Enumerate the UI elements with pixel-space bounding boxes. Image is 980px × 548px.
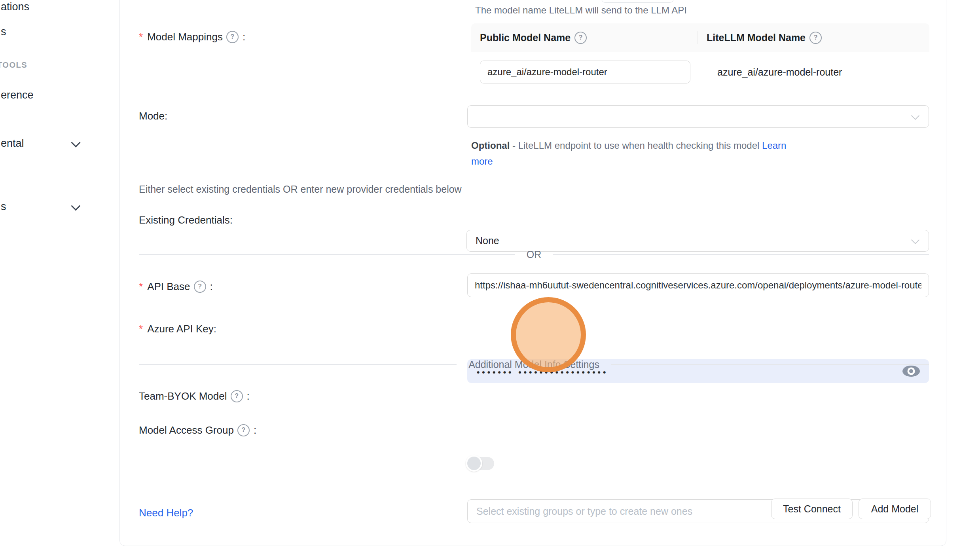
note-text: - LiteLLM endpoint to use when health ch…	[510, 140, 762, 151]
add-model-button[interactable]: Add Model	[859, 499, 931, 519]
divider-line	[553, 254, 929, 255]
existing-credentials-value: None	[476, 235, 499, 247]
model-access-group-label: Model Access Group ? :	[139, 424, 256, 436]
add-model-card: The model name LiteLLM will send to the …	[119, 0, 946, 546]
test-connect-button[interactable]: Test Connect	[771, 499, 853, 519]
divider-line	[611, 364, 929, 365]
team-byok-label: Team-BYOK Model ? :	[139, 390, 250, 402]
clipped-control-above	[601, 0, 674, 3]
sidebar-item-clipped-2[interactable]: s	[1, 25, 6, 38]
model-access-group-placeholder: Select existing groups or type to create…	[476, 506, 692, 517]
learn-more-link[interactable]: more	[471, 156, 493, 167]
table-row: azure_ai/azure-model-router	[471, 52, 929, 92]
mode-select[interactable]	[467, 105, 929, 128]
learn-more-link[interactable]: Learn	[762, 140, 786, 151]
api-base-label: * API Base ? :	[139, 280, 213, 293]
azure-api-key-label-text: Azure API Key:	[147, 322, 216, 335]
help-icon[interactable]: ?	[237, 424, 250, 436]
model-access-group-label-text: Model Access Group	[139, 424, 234, 436]
toggle-knob	[466, 455, 482, 472]
model-mappings-label-text: Model Mappings	[147, 30, 223, 43]
table-header-row: Public Model Name ? LiteLLM Model Name ?	[471, 23, 929, 52]
add-model-form-screen: ations s TOOLS erence ental s The model …	[0, 0, 980, 548]
litellm-model-name-value: azure_ai/azure-model-router	[690, 66, 842, 78]
sidebar-item-clipped-3[interactable]: erence	[1, 88, 34, 102]
header-label: Public Model Name	[480, 32, 571, 44]
chevron-down-icon	[911, 235, 919, 244]
or-divider-text: OR	[515, 249, 554, 260]
colon: :	[243, 30, 245, 43]
help-icon[interactable]: ?	[226, 31, 239, 43]
header-divider	[698, 31, 698, 44]
existing-credentials-label-text: Existing Credentials:	[139, 214, 233, 226]
api-base-label-text: API Base	[147, 280, 190, 293]
chevron-down-icon[interactable]	[71, 201, 80, 210]
help-icon[interactable]: ?	[231, 390, 243, 402]
additional-settings-divider: Additional Model Info Settings	[139, 359, 929, 370]
column-header-litellm-model-name: LiteLLM Model Name ?	[698, 32, 822, 44]
help-icon[interactable]: ?	[194, 281, 206, 293]
colon: :	[254, 424, 256, 436]
sidebar-item-clipped-4[interactable]: ental	[1, 137, 24, 150]
sidebar-item-clipped-1[interactable]: ations	[1, 0, 29, 13]
chevron-down-icon	[911, 111, 919, 119]
need-help-link[interactable]: Need Help?	[139, 507, 193, 519]
additional-settings-divider-text: Additional Model Info Settings	[457, 359, 611, 370]
azure-api-key-label: * Azure API Key:	[139, 322, 216, 335]
mode-helper-note: Optional - LiteLLM endpoint to use when …	[471, 138, 819, 169]
help-icon[interactable]: ?	[574, 32, 587, 44]
divider-line	[139, 364, 457, 365]
optional-bold: Optional	[471, 140, 510, 151]
model-name-hint: The model name LiteLLM will send to the …	[475, 4, 687, 16]
sidebar-section-tools: TOOLS	[0, 60, 27, 70]
mode-label: Mode:	[139, 110, 167, 122]
required-asterisk: *	[139, 280, 143, 293]
public-model-name-input[interactable]	[480, 61, 690, 83]
or-divider: OR	[139, 249, 929, 260]
mode-label-text: Mode:	[139, 110, 167, 122]
chevron-down-icon[interactable]	[71, 138, 80, 147]
model-mappings-table: Public Model Name ? LiteLLM Model Name ?…	[471, 23, 929, 92]
api-base-input[interactable]	[467, 273, 929, 297]
help-icon[interactable]: ?	[809, 32, 822, 44]
header-label: LiteLLM Model Name	[707, 32, 806, 44]
sidebar-item-clipped-5[interactable]: s	[1, 200, 6, 213]
existing-credentials-label: Existing Credentials:	[139, 214, 233, 226]
colon: :	[247, 390, 250, 402]
team-byok-toggle[interactable]	[466, 457, 494, 470]
column-header-public-model-name: Public Model Name ?	[471, 32, 698, 44]
credentials-hint: Either select existing credentials OR en…	[139, 183, 462, 195]
required-asterisk: *	[139, 30, 143, 43]
model-mappings-label: * Model Mappings ? :	[139, 30, 245, 43]
divider-line	[139, 254, 515, 255]
required-asterisk: *	[139, 322, 143, 335]
team-byok-label-text: Team-BYOK Model	[139, 390, 227, 402]
colon: :	[210, 280, 213, 293]
